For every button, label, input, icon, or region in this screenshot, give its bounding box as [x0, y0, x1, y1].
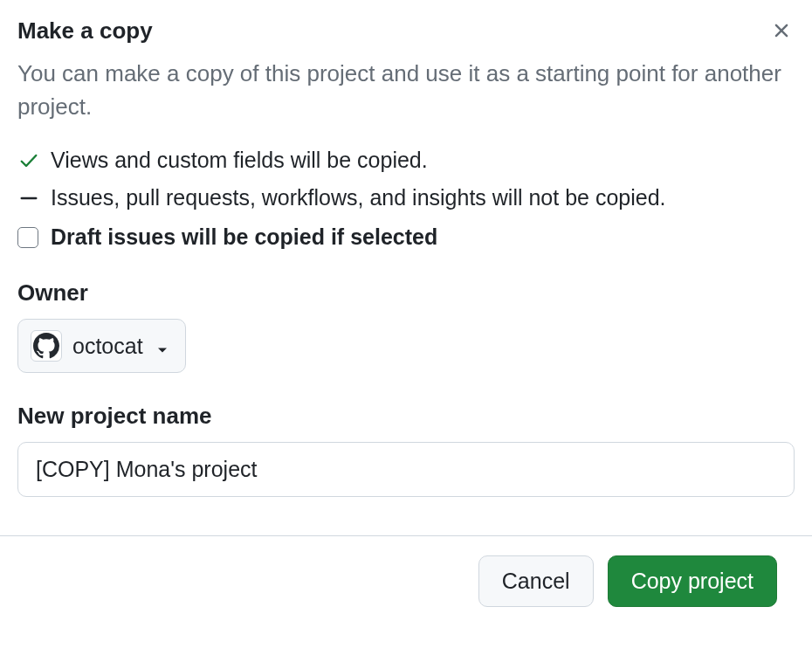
- info-copied-text: Views and custom fields will be copied.: [51, 148, 428, 173]
- caret-down-icon: [157, 334, 168, 359]
- info-item-copied: Views and custom fields will be copied.: [17, 148, 795, 173]
- info-item-not-copied: Issues, pull requests, workflows, and in…: [17, 185, 795, 210]
- project-name-input[interactable]: [17, 442, 795, 497]
- close-icon: [770, 19, 793, 42]
- copy-project-button[interactable]: Copy project: [608, 555, 777, 607]
- check-icon: [17, 149, 40, 172]
- close-button[interactable]: [767, 16, 796, 45]
- owner-select-button[interactable]: octocat: [17, 319, 186, 373]
- draft-issues-option: Draft issues will be copied if selected: [17, 224, 795, 250]
- dash-icon: [17, 187, 40, 210]
- dialog-description: You can make a copy of this project and …: [17, 58, 795, 123]
- draft-issues-checkbox[interactable]: [17, 227, 38, 248]
- dialog-footer: Cancel Copy project: [17, 536, 795, 626]
- project-name-label: New project name: [17, 403, 795, 430]
- info-not-copied-text: Issues, pull requests, workflows, and in…: [51, 185, 666, 210]
- draft-issues-label[interactable]: Draft issues will be copied if selected: [51, 224, 437, 250]
- owner-label: Owner: [17, 279, 795, 307]
- info-list: Views and custom fields will be copied. …: [17, 148, 795, 210]
- owner-avatar: [31, 330, 62, 362]
- owner-selected-name: octocat: [72, 334, 143, 359]
- dialog-header: Make a copy: [17, 17, 795, 45]
- dialog-title: Make a copy: [17, 17, 153, 45]
- cancel-button[interactable]: Cancel: [478, 555, 594, 607]
- make-a-copy-dialog: Make a copy You can make a copy of this …: [0, 0, 812, 626]
